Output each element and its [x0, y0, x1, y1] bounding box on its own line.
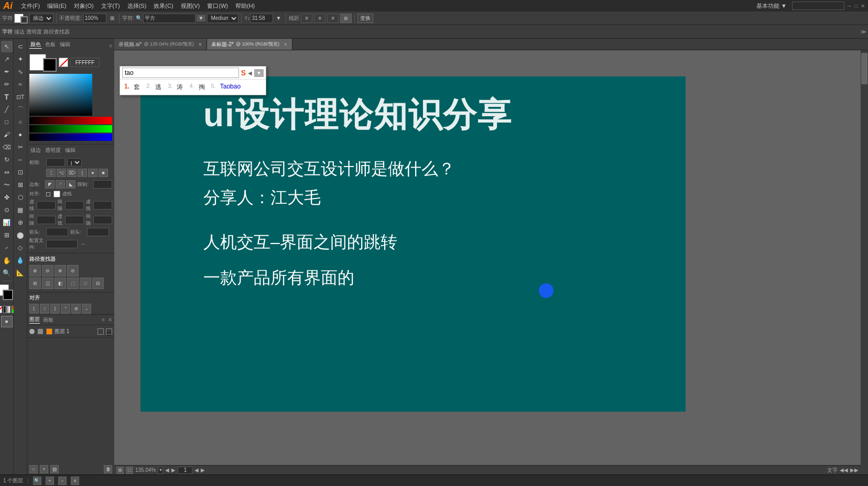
- tool-reflect[interactable]: ↔: [15, 154, 26, 165]
- align-left-btn[interactable]: ≡: [301, 14, 312, 23]
- slide-subtitle1[interactable]: 互联网公司交互设计师是做什么？: [203, 158, 455, 181]
- pathfinder-panel-tab[interactable]: 路径查找器: [44, 28, 70, 36]
- menu-window[interactable]: 窗口(W): [204, 1, 231, 11]
- workspace-label[interactable]: 基本功能 ▼: [756, 2, 787, 10]
- font-size-input[interactable]: [250, 14, 273, 23]
- make-clipping-mask-btn[interactable]: ○: [29, 465, 38, 473]
- tab-lushi-close[interactable]: ✕: [198, 42, 202, 47]
- pf-minus-back[interactable]: ⊟: [92, 278, 104, 289]
- menu-object[interactable]: 对象(O): [71, 1, 97, 11]
- stroke-cap-select[interactable]: pt: [67, 158, 82, 167]
- pf-unite[interactable]: ⊕: [29, 265, 41, 277]
- status-remove-btn[interactable]: −: [58, 477, 67, 485]
- menu-effect[interactable]: 效果(C): [150, 1, 176, 11]
- dash3-input[interactable]: [65, 216, 84, 224]
- tool-magic-wand[interactable]: ✦: [15, 53, 26, 65]
- tool-perspective[interactable]: ◇: [15, 242, 26, 253]
- close-btn[interactable]: ✕: [861, 3, 865, 9]
- font-size-down[interactable]: ▼: [274, 15, 283, 21]
- tool-width[interactable]: ⇔: [1, 167, 13, 178]
- menu-select[interactable]: 选择(S): [124, 1, 150, 11]
- preview-view-icon[interactable]: ■: [1, 316, 13, 327]
- tool-eraser[interactable]: ⌫: [1, 141, 13, 153]
- tool-lasso[interactable]: ⊂: [15, 41, 26, 52]
- color-tab[interactable]: 颜色: [29, 41, 42, 49]
- edit-tab[interactable]: 编辑: [59, 41, 71, 49]
- gradient-bar-b[interactable]: [29, 134, 112, 141]
- nav-next2[interactable]: ▶: [201, 467, 205, 473]
- stroke-color-swatch[interactable]: [20, 16, 28, 24]
- color-spectrum[interactable]: [29, 74, 92, 116]
- tool-free-transform[interactable]: ✤: [1, 192, 13, 203]
- align-center-v[interactable]: ⊞: [71, 304, 81, 313]
- stroke-tab[interactable]: 描边: [29, 147, 42, 154]
- slide-body1[interactable]: 人机交互–界面之间的跳转: [203, 231, 397, 254]
- tool-scissors[interactable]: ✂: [15, 141, 26, 153]
- tool-graph[interactable]: 📊: [1, 217, 13, 228]
- tool-mesh[interactable]: ⊕: [15, 217, 26, 228]
- artboard-tab[interactable]: 画板: [43, 316, 53, 324]
- transform-btn[interactable]: 变换: [357, 14, 373, 23]
- layer-vis-icon[interactable]: [29, 329, 35, 334]
- new-layer-btn[interactable]: ▨: [50, 465, 59, 473]
- tool-type[interactable]: T: [1, 91, 13, 103]
- artboard-nav-btn[interactable]: □: [126, 467, 133, 474]
- maximize-btn[interactable]: □: [854, 3, 858, 9]
- dash1-input[interactable]: [37, 201, 56, 209]
- menu-text[interactable]: 文字(T): [98, 1, 123, 11]
- color-panel-collapse[interactable]: ≡: [109, 43, 112, 49]
- minimize-btn[interactable]: ─: [848, 3, 851, 9]
- new-sublayer-btn[interactable]: +: [40, 465, 48, 473]
- pf-merge[interactable]: ◧: [55, 278, 66, 289]
- pf-divide[interactable]: ⊞: [29, 278, 41, 289]
- align-right[interactable]: ⟧: [50, 304, 60, 313]
- back-arrow-input[interactable]: [87, 228, 109, 236]
- pf-minus-front[interactable]: ⊖: [42, 265, 53, 277]
- gradient-icon[interactable]: [3, 306, 10, 313]
- stroke-widget[interactable]: [3, 290, 13, 300]
- nav-prev[interactable]: ◀: [165, 467, 169, 473]
- gap1-input[interactable]: [65, 201, 84, 209]
- stroke-box[interactable]: [43, 58, 57, 72]
- layers-tab[interactable]: 图层: [29, 316, 40, 324]
- align-right-btn[interactable]: ≡: [327, 14, 339, 23]
- opacity-options[interactable]: ⊞: [108, 15, 116, 21]
- scrollbar-track[interactable]: [861, 50, 868, 474]
- swatches-tab[interactable]: 色板: [44, 41, 57, 49]
- tab-untitled[interactable]: 未标题-2* @ 100% (RGB/预览) ✕: [207, 39, 292, 50]
- tool-bezier[interactable]: ∿: [15, 66, 26, 78]
- stroke-appearance-tab[interactable]: 编辑: [64, 147, 77, 154]
- tool-rotate[interactable]: ↻: [1, 154, 13, 165]
- tool-area-type[interactable]: ⊡T: [15, 91, 26, 103]
- dash2-input[interactable]: [93, 201, 112, 209]
- tool-warp[interactable]: 〜: [1, 179, 13, 191]
- hex-input[interactable]: [70, 58, 100, 67]
- pf-intersect[interactable]: ⊗: [55, 265, 66, 277]
- search-box[interactable]: [792, 2, 844, 10]
- stroke-weight-input[interactable]: [46, 158, 65, 167]
- menu-view[interactable]: 视图(V): [178, 1, 203, 11]
- align-center-btn[interactable]: ≡: [314, 14, 326, 23]
- stroke-cap-butt[interactable]: |: [78, 169, 87, 177]
- stroke-transparency-tab[interactable]: 透明度: [44, 147, 62, 154]
- profile-input[interactable]: [46, 240, 78, 248]
- tool-live-paint[interactable]: ⬤: [15, 229, 26, 241]
- pf-exclude[interactable]: ⊘: [67, 265, 79, 277]
- page-input[interactable]: [178, 467, 192, 474]
- autocomplete-result-1[interactable]: 1. 套 2. 逃 3. 涛 4. 掏 5. Taobao: [124, 82, 262, 93]
- tool-blend[interactable]: ⊠: [15, 179, 26, 191]
- canvas-area[interactable]: ui设计理论知识分享 互联网公司交互设计师是做什么？ 分享人：江大毛 人机交互–…: [114, 50, 868, 474]
- gap2-input[interactable]: [37, 216, 56, 224]
- tool-rectangle[interactable]: □: [1, 116, 13, 128]
- none-icon[interactable]: [0, 306, 2, 313]
- tool-eyedropper[interactable]: 💧: [15, 255, 26, 266]
- tool-slice[interactable]: ⌿: [1, 242, 13, 253]
- pf-trim[interactable]: ◫: [42, 278, 53, 289]
- layers-close[interactable]: ✕: [108, 317, 112, 323]
- align-center-h[interactable]: ⫶: [40, 304, 49, 313]
- font-weight-select[interactable]: Medium: [207, 14, 238, 23]
- align-left[interactable]: ⟦: [29, 304, 39, 313]
- pf-crop[interactable]: ⬚: [67, 278, 79, 289]
- tool-column-graph[interactable]: ▦: [15, 204, 26, 216]
- status-search-btn[interactable]: 🔍: [33, 477, 41, 485]
